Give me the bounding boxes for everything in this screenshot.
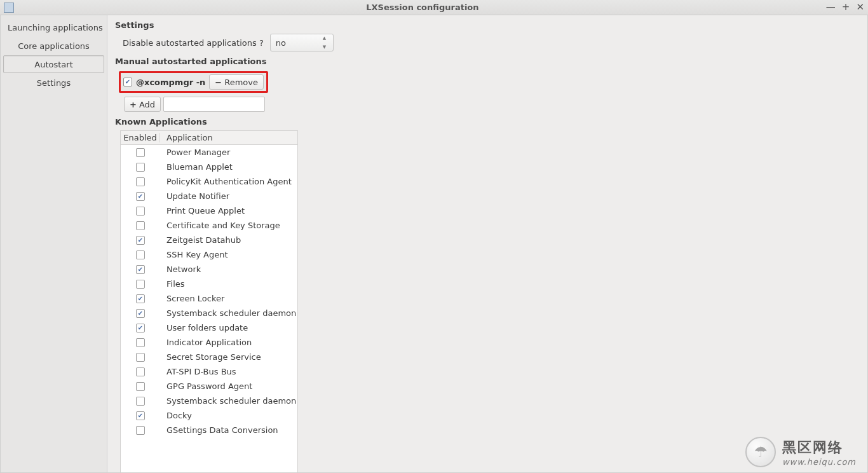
row-enabled-cell bbox=[121, 250, 160, 259]
sidebar-tab-autostart[interactable]: Autostart bbox=[3, 55, 104, 73]
row-enabled-checkbox[interactable] bbox=[136, 177, 145, 186]
row-app-name: Network bbox=[160, 264, 297, 274]
window-title: LXSession configuration bbox=[19, 3, 826, 12]
row-enabled-checkbox[interactable] bbox=[136, 338, 145, 347]
table-row[interactable]: Files bbox=[121, 277, 297, 291]
table-row[interactable]: Systemback scheduler daemon bbox=[121, 306, 297, 320]
row-enabled-cell bbox=[121, 367, 160, 376]
table-row[interactable]: Secret Storage Service bbox=[121, 350, 297, 364]
row-app-name: Indicator Application bbox=[160, 338, 297, 347]
row-enabled-checkbox[interactable] bbox=[136, 265, 145, 274]
add-button[interactable]: + Add bbox=[124, 97, 161, 112]
row-enabled-checkbox[interactable] bbox=[136, 353, 145, 362]
row-enabled-checkbox[interactable] bbox=[136, 148, 145, 157]
row-enabled-cell bbox=[121, 148, 160, 157]
row-enabled-checkbox[interactable] bbox=[136, 294, 145, 303]
row-app-name: Blueman Applet bbox=[160, 162, 297, 172]
row-enabled-checkbox[interactable] bbox=[136, 207, 145, 216]
row-enabled-cell bbox=[121, 177, 160, 186]
row-enabled-checkbox[interactable] bbox=[136, 192, 145, 201]
row-app-name: Screen Locker bbox=[160, 294, 297, 303]
row-enabled-checkbox[interactable] bbox=[136, 221, 145, 230]
sidebar-tab-settings[interactable]: Settings bbox=[3, 74, 104, 92]
row-app-name: Update Notifier bbox=[160, 191, 297, 201]
client-area: Launching applicationsCore applicationsA… bbox=[0, 15, 868, 473]
row-enabled-cell bbox=[121, 397, 160, 406]
row-app-name: PolicyKit Authentication Agent bbox=[160, 177, 297, 186]
table-row[interactable]: User folders update bbox=[121, 320, 297, 335]
disable-autostart-label: Disable autostarted applications ? bbox=[115, 38, 264, 48]
row-enabled-checkbox[interactable] bbox=[136, 324, 145, 332]
add-entry-row: + Add bbox=[120, 97, 860, 112]
row-enabled-cell bbox=[121, 207, 160, 216]
row-enabled-cell bbox=[121, 382, 160, 391]
row-enabled-cell bbox=[121, 280, 160, 289]
column-application[interactable]: Application bbox=[160, 133, 297, 142]
table-row[interactable]: Update Notifier bbox=[121, 189, 297, 203]
manual-autostart-heading: Manual autostarted applications bbox=[115, 57, 860, 66]
minimize-button[interactable]: — bbox=[826, 3, 836, 12]
row-app-name: Certificate and Key Storage bbox=[160, 221, 297, 230]
table-row[interactable]: Indicator Application bbox=[121, 335, 297, 350]
known-apps-heading: Known Applications bbox=[115, 117, 860, 127]
sidebar-tab-launching-applications[interactable]: Launching applications bbox=[3, 18, 104, 36]
row-app-name: Secret Storage Service bbox=[160, 352, 297, 362]
disable-autostart-combo[interactable]: no ▲▼ bbox=[270, 34, 334, 51]
row-enabled-checkbox[interactable] bbox=[136, 426, 145, 435]
table-row[interactable]: GPG Password Agent bbox=[121, 379, 297, 394]
row-enabled-cell bbox=[121, 192, 160, 201]
table-row[interactable]: Blueman Applet bbox=[121, 160, 297, 174]
table-row[interactable]: SSH Key Agent bbox=[121, 247, 297, 262]
manual-autostart-entry: @xcompmgr -n − Remove bbox=[119, 71, 268, 93]
table-row[interactable]: PolicyKit Authentication Agent bbox=[121, 174, 297, 189]
table-row[interactable]: Docky bbox=[121, 408, 297, 423]
table-row[interactable]: Power Manager bbox=[121, 145, 297, 160]
row-enabled-cell bbox=[121, 324, 160, 332]
row-enabled-checkbox[interactable] bbox=[136, 382, 145, 391]
row-enabled-checkbox[interactable] bbox=[136, 250, 145, 259]
row-enabled-checkbox[interactable] bbox=[136, 236, 145, 245]
table-row[interactable]: Screen Locker bbox=[121, 291, 297, 306]
combo-spinner-icon: ▲▼ bbox=[323, 36, 329, 50]
row-enabled-cell bbox=[121, 221, 160, 230]
table-row[interactable]: Zeitgeist Datahub bbox=[121, 233, 297, 247]
watermark-url: www.heiqu.com bbox=[782, 457, 856, 467]
row-app-name: Systemback scheduler daemon bbox=[160, 396, 297, 406]
row-enabled-checkbox[interactable] bbox=[136, 163, 145, 172]
table-row[interactable]: Systemback scheduler daemon bbox=[121, 394, 297, 408]
app-icon bbox=[4, 3, 14, 13]
close-button[interactable]: ✕ bbox=[856, 3, 864, 12]
row-enabled-checkbox[interactable] bbox=[136, 397, 145, 406]
settings-heading: Settings bbox=[115, 20, 860, 30]
maximize-button[interactable]: + bbox=[842, 3, 850, 12]
column-enabled[interactable]: Enabled bbox=[121, 133, 160, 142]
table-row[interactable]: Certificate and Key Storage bbox=[121, 218, 297, 233]
sidebar-tab-core-applications[interactable]: Core applications bbox=[3, 37, 104, 55]
table-row[interactable]: AT-SPI D-Bus Bus bbox=[121, 364, 297, 379]
watermark-text: 黑区网络 www.heiqu.com bbox=[782, 438, 856, 467]
minus-icon: − bbox=[215, 78, 222, 87]
row-app-name: SSH Key Agent bbox=[160, 250, 297, 259]
row-app-name: Systemback scheduler daemon bbox=[160, 308, 297, 318]
row-enabled-cell bbox=[121, 353, 160, 362]
table-row[interactable]: GSettings Data Conversion bbox=[121, 423, 297, 437]
row-app-name: Zeitgeist Datahub bbox=[160, 235, 297, 245]
plus-icon: + bbox=[130, 100, 137, 109]
row-enabled-cell bbox=[121, 309, 160, 318]
row-enabled-checkbox[interactable] bbox=[136, 309, 145, 318]
add-entry-input[interactable] bbox=[163, 97, 265, 112]
row-enabled-checkbox[interactable] bbox=[136, 280, 145, 289]
row-enabled-cell bbox=[121, 163, 160, 172]
row-app-name: Files bbox=[160, 279, 297, 289]
sidebar: Launching applicationsCore applicationsA… bbox=[1, 15, 107, 472]
row-app-name: GPG Password Agent bbox=[160, 381, 297, 391]
watermark-cn: 黑区网络 bbox=[782, 438, 856, 457]
table-body: Power ManagerBlueman AppletPolicyKit Aut… bbox=[121, 145, 297, 437]
row-enabled-checkbox[interactable] bbox=[136, 411, 145, 420]
remove-button[interactable]: − Remove bbox=[209, 74, 264, 90]
row-enabled-checkbox[interactable] bbox=[136, 367, 145, 376]
row-app-name: Print Queue Applet bbox=[160, 206, 297, 216]
manual-entry-checkbox[interactable] bbox=[123, 78, 132, 86]
table-row[interactable]: Print Queue Applet bbox=[121, 203, 297, 218]
table-row[interactable]: Network bbox=[121, 262, 297, 277]
